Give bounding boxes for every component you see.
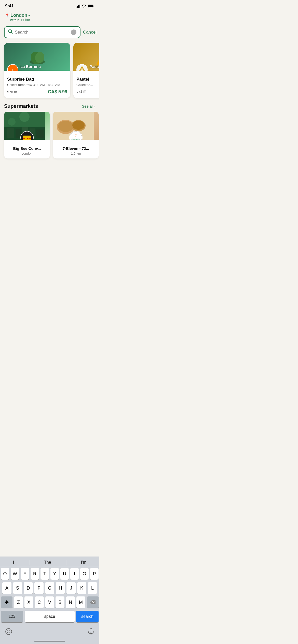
card-store-name-la-burreria: La Burreria	[20, 64, 41, 69]
card-distance-pastel: 571 m	[76, 89, 86, 93]
battery-icon	[88, 5, 94, 8]
search-box[interactable]	[4, 26, 80, 38]
market-distance-7eleven: 1.6 km	[56, 152, 96, 155]
location-city: London	[10, 13, 27, 18]
supermarkets-title: Supermarkets	[4, 103, 38, 109]
svg-point-29	[58, 121, 73, 132]
supermarkets-scroll: BIG BEE Big Bee Conv... London	[0, 112, 99, 162]
svg-point-16	[8, 118, 16, 126]
location-pin-icon: 📍	[5, 13, 9, 18]
status-bar: 9:41	[0, 0, 99, 11]
status-time: 9:41	[5, 4, 14, 9]
svg-rect-23	[36, 129, 44, 138]
svg-text:7: 7	[75, 134, 77, 137]
store-card-pastel[interactable]: Pastel Pastel Collect to... 571 m	[73, 43, 99, 98]
card-bag-type: Surprise Bag	[7, 77, 67, 82]
market-card-bigbee[interactable]: BIG BEE Big Bee Conv... London	[4, 112, 50, 158]
market-img-bigbee: BIG BEE	[4, 112, 50, 140]
card-price: CA$ 5.99	[48, 89, 67, 95]
signal-icon	[76, 4, 80, 8]
svg-text:🍦: 🍦	[11, 69, 14, 71]
search-section: Cancel	[0, 25, 99, 40]
svg-text:ELEVEn: ELEVEn	[71, 138, 80, 140]
card-collect-time: Collect tomorrow 3:30 AM - 4:30 AM	[7, 83, 67, 87]
card-collect-time-pastel: Collect to...	[76, 83, 99, 87]
card-body-pastel: Pastel Collect to... 571 m	[73, 71, 99, 97]
svg-point-31	[72, 121, 85, 130]
card-store-name-pastel: Pastel	[90, 64, 99, 69]
see-all-label: See all	[82, 104, 93, 108]
market-card-7eleven[interactable]: 7 ELEVEn 7-Eleven - 72... 1.6 km	[53, 112, 99, 158]
search-icon	[8, 29, 13, 35]
card-footer-pastel: 571 m	[76, 89, 99, 93]
card-bag-type-pastel: Pastel	[76, 77, 99, 82]
search-mic-icon	[71, 30, 76, 35]
card-footer: 570 m CA$ 5.99	[7, 89, 67, 95]
svg-line-3	[11, 32, 12, 34]
see-all-button[interactable]: See all ›	[82, 104, 95, 108]
chevron-down-icon: ▾	[28, 13, 30, 18]
location-row[interactable]: 📍 London ▾	[5, 13, 94, 18]
supermarkets-header: Supermarkets See all ›	[0, 101, 99, 112]
card-distance: 570 m	[7, 90, 17, 94]
store-cards-scroll: 🍦 La Burreria Surprise Bag Collect tomor…	[0, 40, 99, 101]
svg-rect-1	[88, 5, 93, 7]
wifi-icon	[82, 5, 86, 8]
market-name-bigbee: Big Bee Conv...	[7, 146, 47, 151]
store-card-image: 🍦 La Burreria	[4, 43, 70, 71]
location-header: 📍 London ▾ within 11 km	[0, 11, 99, 25]
market-body-bigbee: Big Bee Conv... London	[4, 140, 50, 158]
location-radius: within 11 km	[10, 18, 94, 22]
status-icons	[76, 4, 94, 8]
store-card-la-burreria[interactable]: 🍦 La Burreria Surprise Bag Collect tomor…	[4, 43, 70, 98]
svg-rect-20	[16, 129, 21, 138]
search-input[interactable]	[15, 30, 69, 35]
market-name-7eleven: 7-Eleven - 72...	[56, 146, 96, 151]
svg-point-17	[19, 112, 30, 122]
cancel-button[interactable]: Cancel	[83, 30, 97, 35]
svg-point-12	[77, 65, 87, 71]
market-location-bigbee: London	[7, 152, 47, 155]
svg-text:BIG BEE: BIG BEE	[23, 137, 32, 140]
chevron-right-icon: ›	[94, 104, 95, 108]
market-img-7eleven: 7 ELEVEn	[53, 112, 99, 140]
market-body-7eleven: 7-Eleven - 72... 1.6 km	[53, 140, 99, 158]
svg-rect-19	[7, 128, 14, 138]
svg-marker-10	[98, 48, 99, 64]
store-card-image-pastel: Pastel	[73, 43, 99, 71]
card-body-la-burreria: Surprise Bag Collect tomorrow 3:30 AM - …	[4, 71, 70, 98]
